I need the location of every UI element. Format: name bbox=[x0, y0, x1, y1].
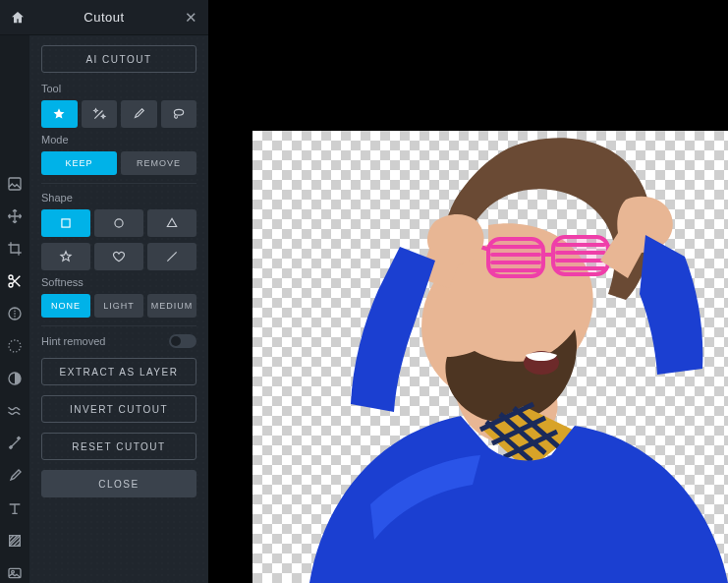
reset-cutout-button[interactable]: RESET CUTOUT bbox=[41, 433, 196, 460]
close-footer-button[interactable]: CLOSE bbox=[41, 470, 196, 497]
tool-image[interactable] bbox=[3, 173, 27, 194]
home-icon bbox=[10, 10, 26, 26]
svg-point-11 bbox=[115, 219, 123, 227]
shape-star[interactable] bbox=[41, 243, 90, 270]
svg-point-1 bbox=[9, 275, 13, 279]
adjust-icon bbox=[7, 306, 23, 321]
brush-small-icon bbox=[132, 107, 145, 121]
tool-adjust[interactable] bbox=[3, 303, 27, 323]
left-tool-strip bbox=[0, 35, 29, 583]
tool-blur[interactable] bbox=[3, 335, 27, 356]
close-icon: ✕ bbox=[185, 9, 197, 27]
scissors-icon bbox=[7, 273, 23, 289]
magic-wand-icon bbox=[7, 436, 23, 451]
brush-icon bbox=[7, 468, 23, 484]
tool-cutout[interactable] bbox=[3, 270, 27, 291]
tool-element[interactable] bbox=[3, 562, 27, 583]
star-outline-icon bbox=[59, 250, 73, 263]
mode-section-label: Mode bbox=[41, 134, 196, 146]
tool-draw[interactable] bbox=[3, 465, 27, 486]
softness-medium[interactable]: MEDIUM bbox=[147, 294, 196, 318]
divider bbox=[41, 183, 196, 184]
canvas-area[interactable] bbox=[252, 131, 728, 583]
shape-section-label: Shape bbox=[41, 192, 196, 204]
square-icon bbox=[59, 216, 73, 230]
hatch-square-icon bbox=[7, 533, 23, 549]
panel-title: Cutout bbox=[35, 10, 173, 25]
tool-contrast[interactable] bbox=[3, 368, 27, 388]
image-icon bbox=[7, 176, 23, 192]
line-icon bbox=[165, 250, 179, 263]
svg-point-9 bbox=[174, 109, 183, 115]
svg-rect-10 bbox=[62, 219, 70, 227]
home-button[interactable] bbox=[0, 0, 35, 35]
close-panel-button[interactable]: ✕ bbox=[173, 0, 208, 35]
picture-icon bbox=[7, 565, 23, 581]
softness-segment: NONE LIGHT MEDIUM bbox=[41, 294, 196, 318]
mode-segment: KEEP REMOVE bbox=[41, 151, 196, 175]
svg-rect-0 bbox=[9, 178, 21, 190]
invert-cutout-button[interactable]: INVERT CUTOUT bbox=[41, 395, 196, 423]
svg-point-8 bbox=[12, 570, 15, 573]
tool-text[interactable] bbox=[3, 497, 27, 518]
wand-icon bbox=[92, 107, 106, 121]
mode-keep[interactable]: KEEP bbox=[41, 151, 117, 175]
cutout-panel: AI CUTOUT Tool Mode KEEP REMOVE Shape So… bbox=[29, 35, 208, 583]
tool-star[interactable] bbox=[41, 100, 78, 128]
tool-brush[interactable] bbox=[121, 100, 157, 128]
tool-retouch[interactable] bbox=[3, 433, 27, 453]
circle-icon bbox=[112, 216, 126, 230]
shape-square[interactable] bbox=[41, 209, 90, 237]
heart-icon bbox=[112, 250, 126, 263]
tool-buttons bbox=[41, 100, 196, 128]
shape-row-2 bbox=[41, 243, 196, 270]
extract-layer-button[interactable]: EXTRACT AS LAYER bbox=[41, 358, 196, 385]
tool-liquify[interactable] bbox=[3, 400, 27, 421]
star-icon bbox=[52, 107, 66, 121]
tool-wand[interactable] bbox=[82, 100, 118, 128]
ai-cutout-button[interactable]: AI CUTOUT bbox=[41, 45, 196, 73]
contrast-icon bbox=[7, 371, 23, 386]
shape-circle[interactable] bbox=[94, 209, 143, 237]
svg-point-4 bbox=[9, 340, 21, 352]
shape-heart[interactable] bbox=[94, 243, 143, 270]
subject-cutout bbox=[252, 131, 728, 583]
tool-section-label: Tool bbox=[41, 83, 196, 94]
arrows-move-icon bbox=[7, 208, 23, 224]
hint-toggle-row: Hint removed bbox=[41, 334, 196, 348]
tool-fill[interactable] bbox=[3, 530, 27, 551]
svg-point-2 bbox=[9, 283, 13, 287]
shape-triangle[interactable] bbox=[147, 209, 196, 237]
divider bbox=[41, 325, 196, 326]
mode-remove[interactable]: REMOVE bbox=[121, 151, 196, 175]
triangle-icon bbox=[165, 216, 179, 230]
crop-icon bbox=[7, 241, 23, 257]
tool-move[interactable] bbox=[3, 205, 27, 226]
dotted-circle-icon bbox=[7, 338, 23, 354]
softness-none[interactable]: NONE bbox=[41, 294, 90, 318]
hint-toggle[interactable] bbox=[169, 334, 196, 348]
lasso-icon bbox=[172, 107, 186, 121]
waves-icon bbox=[7, 403, 23, 419]
text-icon bbox=[7, 500, 23, 516]
shape-row-1 bbox=[41, 209, 196, 237]
toggle-knob bbox=[171, 336, 181, 346]
tool-lasso[interactable] bbox=[161, 100, 197, 128]
softness-light[interactable]: LIGHT bbox=[94, 294, 143, 318]
shape-line[interactable] bbox=[147, 243, 196, 270]
hint-label: Hint removed bbox=[41, 335, 105, 347]
panel-header: Cutout ✕ bbox=[0, 0, 208, 35]
softness-section-label: Softness bbox=[41, 276, 196, 288]
tool-crop[interactable] bbox=[3, 238, 27, 259]
